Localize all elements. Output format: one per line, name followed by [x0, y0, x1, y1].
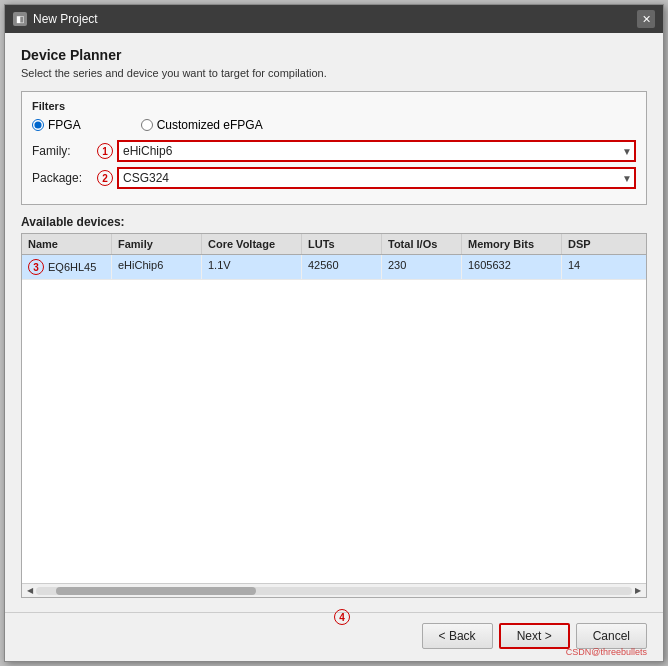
back-button[interactable]: < Back — [422, 623, 493, 649]
dialog-title: New Project — [33, 12, 98, 26]
new-project-dialog: ◧ New Project ✕ Device Planner Select th… — [4, 4, 664, 662]
col-dsp: DSP — [562, 234, 622, 254]
col-luts: LUTs — [302, 234, 382, 254]
package-row: Package: 2 CSG324 ▼ — [32, 167, 636, 189]
radio-fpga-input[interactable] — [32, 119, 44, 131]
devices-table: Name Family Core Voltage LUTs Total I/Os… — [21, 233, 647, 598]
cell-family: eHiChip6 — [112, 255, 202, 279]
radio-row: FPGA Customized eFPGA — [32, 118, 636, 132]
cell-total-ios: 230 — [382, 255, 462, 279]
col-total-ios: Total I/Os — [382, 234, 462, 254]
package-label: Package: — [32, 171, 97, 185]
title-bar-left: ◧ New Project — [13, 12, 98, 26]
available-devices-label: Available devices: — [21, 215, 647, 229]
family-badge: 1 — [97, 143, 113, 159]
dialog-content: Device Planner Select the series and dev… — [5, 33, 663, 612]
family-label: Family: — [32, 144, 97, 158]
package-select[interactable]: CSG324 — [117, 167, 636, 189]
dialog-footer: 4 < Back Next > Cancel CSDN@threebullets — [5, 612, 663, 661]
table-row[interactable]: 3 EQ6HL45 eHiChip6 1.1V 42560 230 160563… — [22, 255, 646, 280]
title-bar: ◧ New Project ✕ — [5, 5, 663, 33]
close-button[interactable]: ✕ — [637, 10, 655, 28]
radio-fpga-label: FPGA — [48, 118, 81, 132]
page-title: Device Planner — [21, 47, 647, 63]
package-badge: 2 — [97, 170, 113, 186]
radio-efpga-input[interactable] — [141, 119, 153, 131]
next-button[interactable]: Next > — [499, 623, 570, 649]
watermark: CSDN@threebullets — [566, 647, 647, 657]
table-body: 3 EQ6HL45 eHiChip6 1.1V 42560 230 160563… — [22, 255, 646, 583]
filters-legend: Filters — [32, 100, 636, 112]
family-row: Family: 1 eHiChip6 ▼ — [32, 140, 636, 162]
col-family: Family — [112, 234, 202, 254]
cell-dsp: 14 — [562, 255, 622, 279]
col-core-voltage: Core Voltage — [202, 234, 302, 254]
package-select-wrapper: CSG324 ▼ — [117, 167, 636, 189]
radio-efpga-label: Customized eFPGA — [157, 118, 263, 132]
scroll-right-icon[interactable]: ▶ — [632, 586, 644, 595]
cell-core-voltage: 1.1V — [202, 255, 302, 279]
radio-fpga[interactable]: FPGA — [32, 118, 81, 132]
scrollbar-thumb[interactable] — [56, 587, 256, 595]
page-subtitle: Select the series and device you want to… — [21, 67, 647, 79]
row-badge: 3 — [28, 259, 44, 275]
cell-name: 3 EQ6HL45 — [22, 255, 112, 279]
horizontal-scrollbar[interactable]: ◀ ▶ — [22, 583, 646, 597]
scroll-left-icon[interactable]: ◀ — [24, 586, 36, 595]
cell-luts: 42560 — [302, 255, 382, 279]
cell-memory-bits: 1605632 — [462, 255, 562, 279]
col-name: Name — [22, 234, 112, 254]
next-button-badge: 4 — [334, 609, 350, 625]
family-select-wrapper: eHiChip6 ▼ — [117, 140, 636, 162]
table-header: Name Family Core Voltage LUTs Total I/Os… — [22, 234, 646, 255]
cancel-button[interactable]: Cancel — [576, 623, 647, 649]
col-memory-bits: Memory Bits — [462, 234, 562, 254]
app-icon: ◧ — [13, 12, 27, 26]
radio-efpga[interactable]: Customized eFPGA — [141, 118, 263, 132]
family-select[interactable]: eHiChip6 — [117, 140, 636, 162]
filters-group: Filters FPGA Customized eFPGA Family: 1 — [21, 91, 647, 205]
scrollbar-track — [36, 587, 632, 595]
